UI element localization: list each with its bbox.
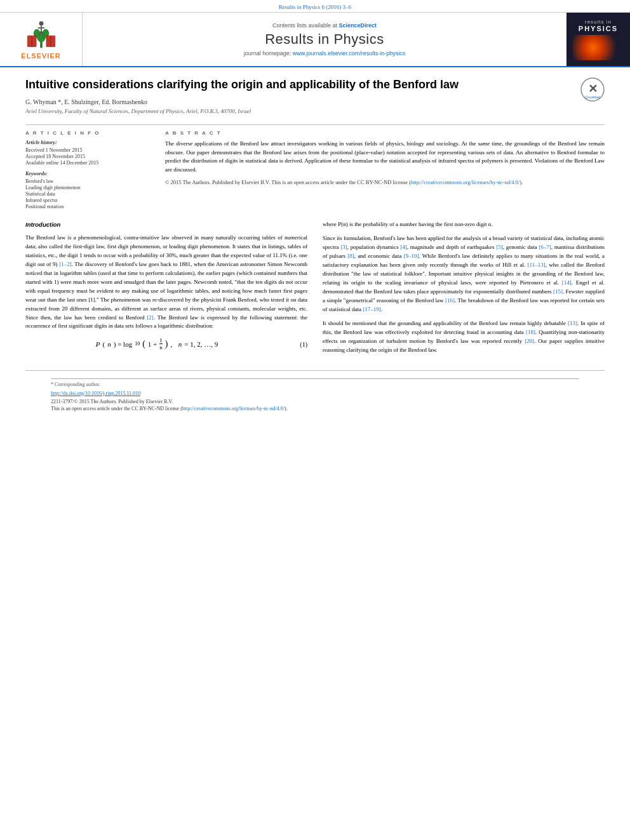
formula-pn: P	[96, 339, 100, 350]
ref-17-19[interactable]: [17–19]	[363, 306, 381, 312]
footer-license-url[interactable]: http://creativecommons.org/licenses/by-n…	[182, 406, 285, 411]
body-content: Introduction The Benford law is a phenom…	[25, 220, 605, 359]
right-para-2: Since its formulation, Benford's law has…	[323, 234, 605, 314]
page-footer: * Corresponding author. http://dx.doi.or…	[25, 370, 605, 417]
ref-5[interactable]: [5]	[496, 244, 503, 250]
ref-4[interactable]: [4]	[400, 244, 407, 250]
ref-11-13[interactable]: [11–13]	[528, 262, 546, 268]
keyword-5: Positional notation	[25, 204, 152, 210]
ref-9-10[interactable]: [9–10]	[403, 253, 419, 259]
top-citation-text: Results in Physics 6 (2016) 3–6	[279, 4, 351, 10]
badge-results-text: results in	[585, 19, 612, 25]
accepted-date: Accepted 18 November 2015	[25, 154, 152, 159]
corresponding-note: * Corresponding author.	[51, 382, 579, 387]
abstract-label: A B S T R A C T	[165, 130, 605, 136]
svg-text:✕: ✕	[588, 83, 598, 95]
main-content: Intuitive considerations clarifying the …	[0, 67, 630, 430]
ref-18[interactable]: [18]	[526, 329, 535, 335]
body-left-col: Introduction The Benford law is a phenom…	[25, 220, 307, 359]
keyword-3: Statistical data	[25, 191, 152, 197]
keywords-label: Keywords:	[25, 171, 152, 177]
abstract-text: The diverse applications of the Benford …	[165, 140, 605, 174]
ref-14[interactable]: [14]	[562, 279, 572, 286]
formula-condition: n	[178, 339, 182, 350]
abstract-license: © 2015 The Authors. Published by Elsevie…	[165, 179, 605, 187]
keyword-2: Leading digit phenomenon	[25, 185, 152, 190]
elsevier-label: ELSEVIER	[21, 52, 60, 60]
sciencedirect-line: Contents lists available at ScienceDirec…	[272, 22, 377, 29]
authors-line: G. Whyman *, E. Shulzinger, Ed. Bormashe…	[25, 98, 605, 105]
right-para-3: It should be mentioned that the groundin…	[323, 319, 605, 355]
page-wrapper: Results in Physics 6 (2016) 3–6	[0, 0, 630, 430]
footer-divider	[51, 378, 579, 379]
crossmark-area: ✕ CrossMark	[580, 77, 605, 103]
ref-13b[interactable]: [13]	[568, 320, 577, 326]
crossmark-icon: ✕ CrossMark	[580, 77, 605, 102]
received-date: Received 1 November 2015	[25, 147, 152, 153]
formula-number: (1)	[288, 340, 307, 350]
journal-center: Contents lists available at ScienceDirec…	[83, 13, 566, 66]
available-date: Available online 14 December 2015	[25, 160, 152, 166]
svg-text:CrossMark: CrossMark	[585, 95, 601, 99]
article-info-label: A R T I C L E I N F O	[25, 130, 152, 136]
elsevier-logo-icon	[22, 19, 60, 50]
journal-title: Results in Physics	[265, 31, 384, 48]
affiliation-line: Ariel University, Faculty of Natural Sci…	[25, 108, 605, 114]
formula-block: P ( n ) = log 10 ( 1 + 1 n ) , n	[25, 337, 307, 351]
homepage-link[interactable]: www.journals.elsevier.com/results-in-phy…	[293, 50, 406, 57]
introduction-heading: Introduction	[25, 220, 307, 230]
license-url[interactable]: http://creativecommons.org/licenses/by-n…	[411, 179, 519, 185]
ref-2[interactable]: [2]	[147, 314, 154, 321]
ref-3[interactable]: [3]	[340, 244, 347, 250]
journal-homepage: journal homepage: www.journals.elsevier.…	[244, 50, 406, 57]
right-para-1: where P(n) is the probability of a numbe…	[323, 220, 605, 229]
keyword-1: Benford's law	[25, 178, 152, 184]
ref-15[interactable]: [15]	[553, 288, 563, 295]
ref-20[interactable]: [20]	[525, 338, 534, 344]
journal-header: ELSEVIER Contents lists available at Sci…	[0, 13, 630, 67]
elsevier-logo-area: ELSEVIER	[0, 13, 83, 66]
doi-link[interactable]: http://dx.doi.org/10.1016/j.rinp.2015.11…	[51, 390, 140, 396]
sciencedirect-link[interactable]: ScienceDirect	[339, 22, 377, 29]
svg-point-8	[39, 21, 43, 25]
article-info-column: A R T I C L E I N F O Article history: R…	[25, 130, 152, 210]
ref-16[interactable]: [16]	[445, 297, 455, 303]
ref-8[interactable]: [8]	[347, 253, 354, 259]
article-title: Intuitive considerations clarifying the …	[25, 77, 546, 92]
badge-physics-text: PHYSICS	[579, 25, 618, 32]
intro-para-1: The Benford law is a phenomenological, c…	[25, 234, 307, 331]
formula-n: n	[107, 339, 111, 350]
body-right-col: where P(n) is the probability of a numbe…	[323, 220, 605, 359]
top-citation-bar: Results in Physics 6 (2016) 3–6	[0, 0, 630, 13]
ref-6-7[interactable]: [6–7]	[539, 244, 551, 250]
footer-license: 2211-3797/© 2015 The Authors. Published …	[51, 398, 579, 412]
abstract-column: A B S T R A C T The diverse applications…	[165, 130, 605, 210]
history-label: Article history:	[25, 140, 152, 145]
article-info-abstract-section: A R T I C L E I N F O Article history: R…	[25, 124, 605, 210]
results-physics-badge: results in PHYSICS	[566, 13, 630, 66]
keyword-4: Infrared spectra	[25, 197, 152, 203]
badge-image	[573, 35, 624, 60]
ref-1-2[interactable]: [1–2]	[59, 261, 72, 267]
